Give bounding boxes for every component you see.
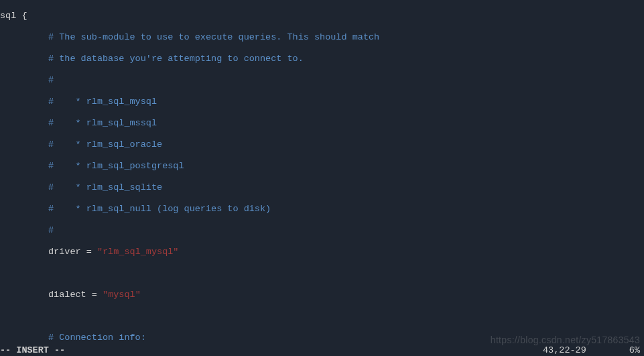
comment-line: # * rlm_sql_postgresql bbox=[48, 161, 184, 171]
vim-cursor-position: 43,22-29 bbox=[543, 345, 629, 356]
equals-op: = bbox=[86, 290, 103, 300]
comment-line: # bbox=[48, 225, 54, 235]
vim-scroll-percent: 6% bbox=[629, 345, 644, 356]
comment-line: # The sub-module to use to execute queri… bbox=[48, 32, 379, 42]
comment-line: # the database you're attempting to conn… bbox=[48, 54, 304, 64]
config-block-open: sql { bbox=[0, 11, 27, 21]
config-value-driver: "rlm_sql_mysql" bbox=[97, 247, 179, 257]
comment-line: # * rlm_sql_mssql bbox=[48, 118, 157, 128]
equals-op: = bbox=[81, 247, 97, 257]
config-key-dialect: dialect bbox=[48, 290, 86, 300]
comment-line: # * rlm_sql_mysql bbox=[48, 97, 157, 107]
comment-line: # bbox=[48, 75, 54, 85]
code-editor[interactable]: sql { # The sub-module to use to execute… bbox=[0, 0, 644, 356]
comment-line: # * rlm_sql_null (log queries to disk) bbox=[48, 204, 271, 214]
vim-statusline: -- INSERT -- 43,22-29 6% bbox=[0, 345, 644, 356]
comment-line: # * rlm_sql_oracle bbox=[48, 139, 162, 150]
comment-line: # Connection info: bbox=[48, 333, 146, 343]
config-key-driver: driver bbox=[48, 247, 81, 257]
config-value-dialect: "mysql" bbox=[103, 290, 141, 300]
comment-line: # * rlm_sql_sqlite bbox=[48, 182, 162, 192]
vim-mode-indicator: -- INSERT -- bbox=[0, 345, 65, 356]
